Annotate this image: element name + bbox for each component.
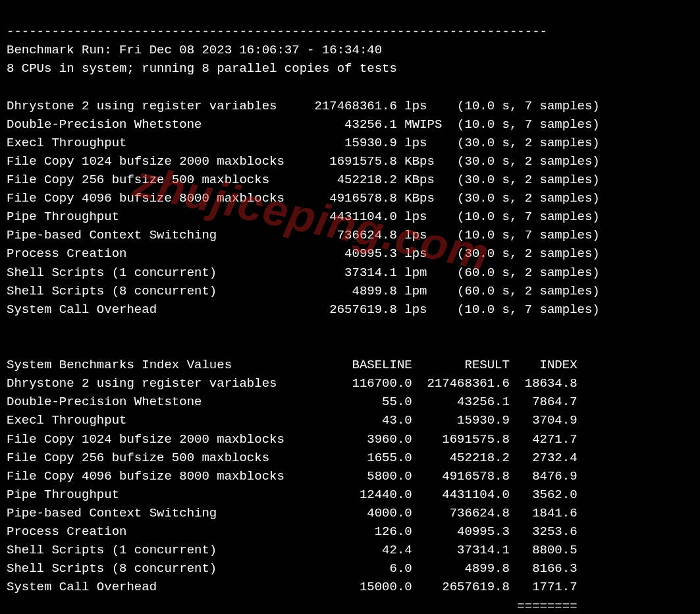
benchmark-results-block: Dhrystone 2 using register variables 217… xyxy=(7,99,600,317)
index-table-block: System Benchmarks Index Values BASELINE … xyxy=(7,358,578,594)
terminal-output: ----------------------------------------… xyxy=(0,0,700,614)
cpu-line: 8 CPUs in system; running 8 parallel cop… xyxy=(7,61,397,76)
divider-line: ----------------------------------------… xyxy=(7,24,547,39)
score-block: ======== System Benchmarks Index Score 4… xyxy=(7,599,578,615)
run-line: Benchmark Run: Fri Dec 08 2023 16:06:37 … xyxy=(7,43,382,57)
